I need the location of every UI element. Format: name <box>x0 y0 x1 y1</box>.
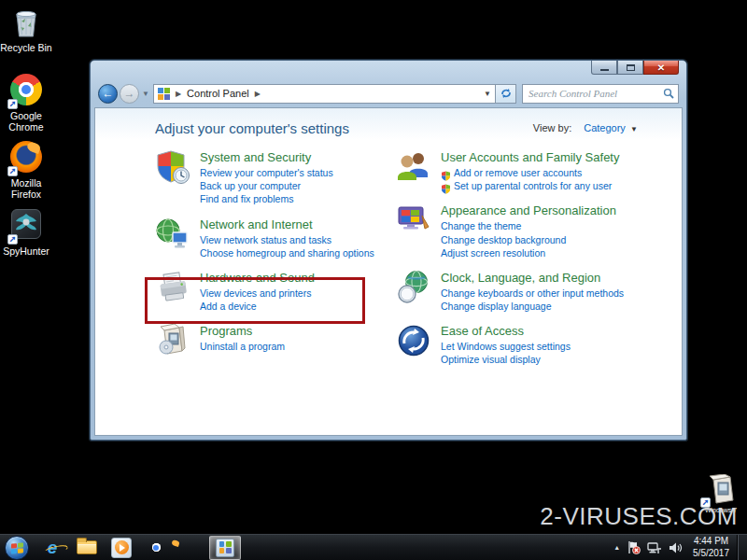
task-link[interactable]: Change display language <box>441 300 624 313</box>
address-bar: ← → ▼ ▶ Control Panel ▶ ▼ <box>91 80 686 106</box>
category-ease-of-access[interactable]: Ease of Access Let Windows suggest setti… <box>396 323 654 366</box>
category-network-and-internet[interactable]: Network and Internet View network status… <box>155 217 396 259</box>
chrome-icon <box>147 539 165 557</box>
task-link[interactable]: Add or remove user accounts <box>454 166 582 179</box>
category-title[interactable]: System and Security <box>200 150 333 164</box>
firefox-icon <box>181 539 200 557</box>
breadcrumb-item-control-panel[interactable]: Control Panel <box>187 88 249 99</box>
search-input[interactable] <box>527 87 663 100</box>
chevron-down-icon: ▼ <box>628 125 638 133</box>
task-link[interactable]: Change keyboards or other input methods <box>441 287 624 300</box>
minimize-button[interactable] <box>591 61 617 75</box>
task-link[interactable]: Back up your computer <box>200 179 333 192</box>
desktop-icon-label: Google Chrome <box>0 110 52 133</box>
category-title[interactable]: Programs <box>200 324 285 338</box>
start-orb-icon <box>11 542 23 553</box>
taskbar: e ▲ <box>0 534 747 560</box>
volume-icon[interactable] <box>669 541 683 554</box>
start-button[interactable] <box>5 536 29 560</box>
taskbar-button-windows-explorer[interactable] <box>71 536 103 560</box>
ease-of-access-icon <box>396 323 431 358</box>
taskbar-button-internet-explorer[interactable]: e <box>36 536 68 560</box>
spyhunter-icon: ➚ <box>9 209 43 243</box>
taskbar-button-chrome[interactable] <box>140 536 172 560</box>
address-dropdown-icon[interactable]: ▼ <box>484 90 491 98</box>
recent-pages-chevron-icon[interactable]: ▼ <box>142 90 149 98</box>
task-link[interactable]: View network status and tasks <box>200 233 374 246</box>
task-link[interactable]: Set up parental controls for any user <box>454 179 612 192</box>
title-bar[interactable]: ✕ <box>91 61 686 80</box>
category-column-left: System and Security Review your computer… <box>155 149 396 377</box>
printer-icon <box>155 270 190 305</box>
globe-clock-icon <box>396 270 431 305</box>
installer-box-icon: ➚ <box>702 474 740 506</box>
uac-shield-icon <box>441 168 451 178</box>
maximize-button[interactable] <box>617 61 643 75</box>
desktop: Recycle Bin ➚ Google Chrome ➚ Mozilla Fi… <box>0 0 747 560</box>
task-link[interactable]: Optimize visual display <box>441 353 571 366</box>
category-programs[interactable]: Programs Uninstall a program <box>155 323 396 358</box>
back-button[interactable]: ← <box>98 84 118 104</box>
task-link[interactable]: Adjust screen resolution <box>441 246 616 259</box>
close-icon: ✕ <box>657 63 665 73</box>
view-by-label: View by: <box>533 122 571 133</box>
task-link[interactable]: Uninstall a program <box>200 340 285 353</box>
task-link[interactable]: Change the theme <box>441 219 616 232</box>
breadcrumb-arrow-icon[interactable]: ▶ <box>255 90 261 98</box>
search-box[interactable] <box>522 84 679 104</box>
task-link[interactable]: Find and fix problems <box>200 192 333 205</box>
category-title[interactable]: User Accounts and Family Safety <box>441 150 619 164</box>
control-panel-window: ✕ ← → ▼ ▶ Control Panel ▶ ▼ <box>90 60 687 441</box>
task-link[interactable]: Let Windows suggest settings <box>441 340 571 353</box>
task-link[interactable]: Choose homegroup and sharing options <box>200 246 374 259</box>
watermark-text: 2-VIRUSES.COM <box>540 502 738 531</box>
internet-explorer-icon: e <box>48 539 58 556</box>
control-panel-home: Adjust your computer's settings View by:… <box>94 107 683 436</box>
desktop-icon-recycle-bin[interactable]: Recycle Bin <box>0 6 52 53</box>
control-panel-icon <box>158 88 170 100</box>
category-clock-language-region[interactable]: Clock, Language, and Region Change keybo… <box>396 270 654 313</box>
recycle-bin-icon <box>9 6 43 39</box>
action-center-flag-icon[interactable] <box>627 540 641 554</box>
taskbar-clock[interactable]: 4:44 PM 5/5/2017 <box>693 536 729 559</box>
maximize-icon <box>627 64 635 71</box>
view-by-dropdown[interactable]: Category ▼ <box>577 119 644 136</box>
category-title[interactable]: Network and Internet <box>200 217 374 231</box>
desktop-icon-mozilla-firefox[interactable]: ➚ Mozilla Firefox <box>0 140 52 200</box>
task-link[interactable]: Add a device <box>200 300 315 313</box>
security-shield-icon <box>155 149 190 185</box>
category-title[interactable]: Ease of Access <box>441 324 571 338</box>
category-title[interactable]: Clock, Language, and Region <box>441 271 624 285</box>
show-desktop-button[interactable] <box>737 535 747 560</box>
search-icon[interactable] <box>663 88 674 99</box>
category-hardware-and-sound[interactable]: Hardware and Sound View devices and prin… <box>155 270 396 313</box>
category-appearance[interactable]: Appearance and Personalization Change th… <box>396 203 654 259</box>
refresh-button[interactable] <box>496 84 516 104</box>
category-title[interactable]: Hardware and Sound <box>200 271 315 285</box>
network-globe-icon <box>155 217 190 252</box>
breadcrumb-arrow-icon: ▶ <box>176 90 181 98</box>
hidden-icons-chevron[interactable]: ▲ <box>613 544 620 551</box>
category-system-and-security[interactable]: System and Security Review your computer… <box>155 149 396 206</box>
taskbar-button-control-panel[interactable] <box>209 536 241 560</box>
desktop-icon-label: Recycle Bin <box>0 42 52 53</box>
task-link[interactable]: Change desktop background <box>441 233 616 246</box>
category-user-accounts[interactable]: User Accounts and Family Safety <box>396 149 654 192</box>
task-link[interactable]: Review your computer's status <box>200 166 333 179</box>
category-column-right: User Accounts and Family Safety <box>396 149 654 377</box>
forward-button[interactable]: → <box>120 84 139 104</box>
desktop-icon-label: Mozilla Firefox <box>0 177 52 200</box>
clock-date: 5/5/2017 <box>693 548 729 560</box>
task-link[interactable]: View devices and printers <box>200 287 315 300</box>
desktop-icon-spyhunter[interactable]: ➚ SpyHunter <box>0 207 52 257</box>
category-title[interactable]: Appearance and Personalization <box>441 203 616 217</box>
breadcrumb[interactable]: ▶ Control Panel ▶ ▼ <box>153 84 496 104</box>
desktop-icon-google-chrome[interactable]: ➚ Google Chrome <box>0 73 52 133</box>
taskbar-button-media-player[interactable] <box>106 536 137 560</box>
two-users-icon <box>396 149 431 185</box>
desktop-icon-label: SpyHunter <box>0 245 52 257</box>
taskbar-button-firefox[interactable] <box>175 536 206 560</box>
network-icon[interactable] <box>647 541 662 554</box>
close-button[interactable]: ✕ <box>643 61 679 75</box>
system-tray: ▲ <box>613 535 747 560</box>
